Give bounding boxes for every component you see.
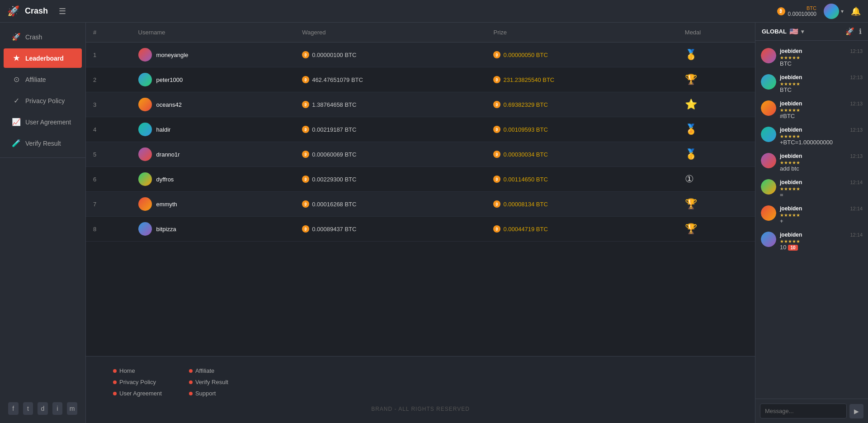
username-text: haldir [156, 126, 171, 133]
table-row: 3 oceans42 ₿ 1.38764658 BTC ₿ 0.69382329… [86, 92, 755, 117]
footer-col-1: Home Privacy Policy User Agreement [113, 367, 162, 397]
hamburger-icon[interactable]: ☰ [59, 6, 66, 16]
chat-header: GLOBAL 🇺🇸 ▾ 🚀 ℹ [755, 23, 868, 41]
footer-link-privacy[interactable]: Privacy Policy [113, 379, 162, 385]
chat-msg-header: joebiden 12:13 [780, 127, 863, 133]
btc-coin-prize: ₿ [493, 101, 500, 108]
prize-cell: ₿ 0.00008134 BTC [486, 192, 677, 217]
crash-icon: 🚀 [12, 33, 21, 41]
chat-lang-chevron[interactable]: ▾ [801, 29, 804, 35]
btc-balance: ₿ BTC 0.00010000 [777, 5, 816, 17]
sidebar-item-crash[interactable]: 🚀 Crash [4, 27, 82, 47]
verify-icon: 🧪 [12, 139, 21, 147]
chat-header-icons: 🚀 ℹ [845, 27, 862, 36]
footer-link-verify-label: Verify Result [195, 379, 228, 385]
user-avatar-button[interactable]: ▾ [824, 4, 844, 19]
sidebar-item-privacy[interactable]: ✓ Privacy Policy [4, 91, 82, 110]
sidebar-item-label-leaderboard: Leaderboard [25, 55, 64, 62]
avatar-img [761, 48, 776, 63]
avatar-img [761, 179, 776, 195]
prize-amount: 0.00008134 BTC [503, 201, 547, 208]
chat-message-input[interactable] [760, 404, 847, 418]
prize-cell: ₿ 0.00044719 BTC [486, 217, 677, 242]
chat-message: joebiden 12:14 ★★★★★ + [755, 202, 868, 228]
medal-icon: 🏆 [685, 223, 697, 234]
btc-coin-icon: ₿ [777, 7, 785, 15]
wager-amount: 0.00219187 BTC [312, 126, 356, 133]
col-rank: # [86, 23, 131, 43]
btc-coin-prize: ₿ [493, 176, 500, 183]
btc-coin-wager: ₿ [302, 126, 309, 133]
avatar-img [761, 100, 776, 116]
chat-msg-header: joebiden 12:14 [780, 179, 863, 185]
sidebar-item-leaderboard[interactable]: ★ Leaderboard [4, 48, 82, 68]
footer-dot [189, 392, 193, 395]
wager-amount: 0.00060069 BTC [312, 151, 356, 158]
chat-avatar [761, 205, 776, 221]
prize-amount: 0.00109593 BTC [503, 126, 547, 133]
medal-cell: 🏅 [678, 117, 755, 142]
username-text: peter1000 [156, 76, 183, 83]
footer-link-privacy-label: Privacy Policy [119, 379, 156, 385]
rocket-icon[interactable]: 🚀 [845, 27, 854, 36]
footer: Home Privacy Policy User Agreement Affil… [86, 356, 755, 423]
info-icon[interactable]: ℹ [859, 27, 862, 36]
sidebar-item-verify[interactable]: 🧪 Verify Result [4, 133, 82, 153]
table-row: 4 haldir ₿ 0.00219187 BTC ₿ 0.00109593 B… [86, 117, 755, 142]
chat-msg-content: joebiden 12:13 ★★★★★ BTC [780, 48, 863, 67]
chat-send-button[interactable]: ▶ [849, 404, 863, 418]
sidebar-item-user-agreement[interactable]: 📈 User Agreement [4, 112, 82, 132]
twitter-icon[interactable]: t [23, 402, 33, 415]
instagram-icon[interactable]: i [52, 402, 63, 415]
chat-msg-header: joebiden 12:14 [780, 232, 863, 238]
user-avatar [138, 172, 152, 186]
rank-cell: 2 [86, 67, 131, 92]
username-text: dyffros [156, 176, 174, 183]
table-row: 7 emmyth ₿ 0.00016268 BTC ₿ 0.00008134 B… [86, 192, 755, 217]
chat-username: joebiden [780, 48, 802, 54]
chat-message: joebiden 12:13 ★★★★★ #BTC [755, 97, 868, 123]
wagered-cell: ₿ 462.47651079 BTC [295, 67, 486, 92]
user-avatar [138, 98, 152, 111]
wager-amount: 0.00016268 BTC [312, 201, 356, 208]
chat-input-area: ▶ [755, 399, 868, 423]
rank-cell: 8 [86, 217, 131, 242]
table-header-row: # Username Wagered Prize Medal [86, 23, 755, 43]
footer-link-affiliate[interactable]: Affiliate [189, 367, 228, 374]
chat-message: joebiden 12:14 ★★★★★ = [755, 176, 868, 202]
sidebar-item-label-verify: Verify Result [25, 140, 61, 147]
btc-amount-block: BTC 0.00010000 [788, 5, 816, 17]
wager-amount: 0.00089437 BTC [312, 226, 356, 233]
wagered-cell: ₿ 0.00219187 BTC [295, 117, 486, 142]
chat-time: 12:14 [850, 180, 863, 185]
facebook-icon[interactable]: f [8, 402, 19, 415]
discord-icon[interactable]: d [38, 402, 48, 415]
chat-msg-content: joebiden 12:14 ★★★★★ + [780, 205, 863, 224]
user-avatar [138, 123, 152, 136]
wager-amount: 462.47651079 BTC [312, 76, 363, 83]
btc-coin-prize: ₿ [493, 51, 500, 58]
avatar-img [761, 205, 776, 221]
footer-link-support[interactable]: Support [189, 390, 228, 397]
chat-avatar [761, 48, 776, 63]
chat-panel: GLOBAL 🇺🇸 ▾ 🚀 ℹ joebiden 12:13 ★★★★ [755, 23, 868, 423]
medium-icon[interactable]: m [67, 402, 77, 415]
footer-copyright: BRAND - ALL RIGHTS RESERVED [113, 406, 728, 412]
wagered-cell: ₿ 0.00229300 BTC [295, 167, 486, 192]
btc-coin-prize: ₿ [493, 151, 500, 158]
bell-icon[interactable]: 🔔 [851, 6, 861, 16]
chat-stars: ★★★★★ [780, 81, 800, 86]
footer-link-home[interactable]: Home [113, 367, 162, 374]
footer-link-user-agreement[interactable]: User Agreement [113, 390, 162, 397]
footer-dot [113, 392, 117, 395]
username-cell: dyffros [131, 167, 295, 192]
footer-link-home-label: Home [119, 367, 135, 374]
footer-link-verify[interactable]: Verify Result [189, 379, 228, 385]
btc-value: 0.00010000 [788, 11, 816, 17]
user-avatar [138, 73, 152, 86]
btc-coin-wager: ₿ [302, 176, 309, 183]
chat-msg-header: joebiden 12:13 [780, 74, 863, 81]
chat-msg-content: joebiden 12:13 ★★★★★ BTC [780, 74, 863, 93]
sidebar-item-affiliate[interactable]: ⊙ Affiliate [4, 70, 82, 89]
prize-amount: 0.69382329 BTC [503, 101, 547, 108]
